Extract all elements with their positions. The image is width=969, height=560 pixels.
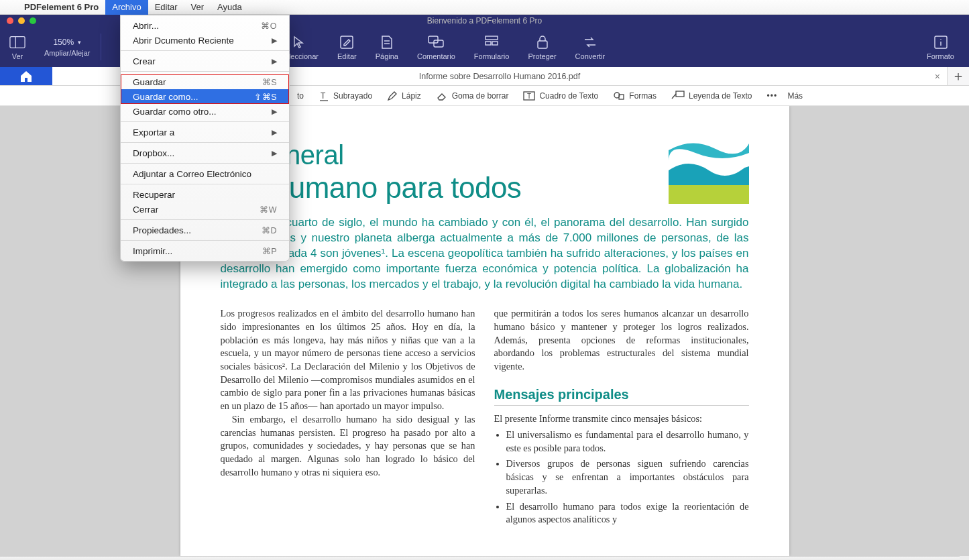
menu-attach-email[interactable]: Adjuntar a Correo Electrónico [121,166,289,181]
menu-separator [121,163,289,164]
convert-icon [582,34,598,50]
submenu-arrow-icon: ▶ [272,107,277,116]
shapes-icon [613,91,625,101]
menu-ayuda[interactable]: Ayuda [211,0,249,15]
toolbar-edit-button[interactable]: Editar [328,27,366,67]
menu-print[interactable]: Imprimir...⌘P [121,243,289,258]
menu-create[interactable]: Crear▶ [121,54,289,68]
menu-open-recent-label: Abrir Dcumento Reciente [133,36,234,46]
toolbar-protect-button[interactable]: Proteger [518,27,565,67]
zoom-level: 150% [53,38,74,47]
divider [101,34,101,60]
menu-properties[interactable]: Propiedades...⌘D [121,223,289,237]
more-tools-button[interactable]: ••• Más [760,86,811,105]
pencil-tool[interactable]: Lápiz [380,86,429,105]
menu-archivo[interactable]: Archivo [105,0,148,15]
form-icon [483,34,500,50]
toolbar-convert-label: Convertir [575,52,606,60]
menu-recover[interactable]: Recuperar [121,187,289,202]
menu-separator [121,121,289,122]
menu-close-shortcut: ⌘W [260,205,277,215]
menu-save-as[interactable]: Guardar como...⇧⌘S [121,89,289,104]
menu-create-label: Crear [133,56,156,66]
toolbar-format-button[interactable]: Formato [917,27,969,67]
textbox-label: Cuadro de Texto [539,91,598,101]
toolbar-zoom-button[interactable]: 150%▾ Ampliar/Alejar [35,27,99,67]
submenu-arrow-icon: ▶ [272,149,277,158]
close-tab-button[interactable]: × [935,71,940,82]
underline-label: Subrayado [333,91,372,101]
underline-tool[interactable]: TSubrayado [311,86,380,105]
archivo-menu: Abrir...⌘O Abrir Dcumento Reciente▶ Crea… [120,15,290,262]
callout-label: Leyenda de Texto [689,91,752,101]
mac-menubar: PDFelement 6 Pro Archivo Editar Ver Ayud… [0,0,969,15]
submenu-arrow-icon: ▶ [272,36,277,45]
menu-open-recent[interactable]: Abrir Dcumento Reciente▶ [121,33,289,48]
doc-bullet-2: Diversos grupos de personas siguen sufri… [506,457,749,497]
callout-tool[interactable]: Leyenda de Texto [664,86,760,105]
menu-export[interactable]: Exportar a▶ [121,125,289,139]
toolbar-view-button[interactable]: Ver [0,27,35,67]
svg-rect-10 [538,41,547,48]
toolbar-convert-button[interactable]: Convertir [566,27,615,67]
menu-save-label: Guardar [133,77,166,87]
toolbar-form-label: Formulario [474,52,510,60]
svg-rect-5 [429,36,438,43]
menu-dropbox[interactable]: Dropbox...▶ [121,146,289,160]
menu-print-label: Imprimir... [133,246,172,256]
menu-ver[interactable]: Ver [184,0,211,15]
menu-open-label: Abrir... [133,21,159,31]
menu-close[interactable]: Cerrar⌘W [121,202,289,217]
horizontal-scrollbar[interactable] [0,556,960,560]
svg-rect-6 [434,40,443,47]
menu-editar[interactable]: Editar [148,0,184,15]
sidebar-icon [9,34,25,50]
submenu-arrow-icon: ▶ [272,128,277,137]
svg-rect-2 [341,36,353,48]
svg-rect-20 [676,91,684,97]
eraser-icon [436,91,448,101]
home-tab[interactable] [0,67,52,85]
chevron-down-icon: ▾ [78,39,81,46]
shapes-label: Formas [629,91,657,101]
svg-rect-8 [486,42,491,45]
textbox-tool[interactable]: TCuadro de Texto [516,86,606,105]
new-tab-button[interactable]: ＋ [948,67,969,85]
toolbar-comment-label: Comentario [417,52,455,60]
toolbar-view-label: Ver [12,52,23,60]
doc-col2-heading: Mensajes principales [494,386,749,406]
menu-save-as-shortcut: ⇧⌘S [254,92,277,102]
menu-save-as-other[interactable]: Guardar como otro...▶ [121,104,289,119]
toolbar-form-button[interactable]: Formulario [465,27,519,67]
textbox-icon: T [523,91,535,101]
document-logo [669,137,749,204]
svg-rect-9 [492,42,498,45]
menu-close-label: Cerrar [133,205,158,215]
info-icon [933,34,949,50]
callout-icon [671,91,685,101]
menu-save-as-label: Guardar como... [133,92,198,102]
doc-col2-p1: que permitirán a todos los seres humanos… [494,307,749,374]
menu-attach-email-label: Adjuntar a Correo Electrónico [133,169,251,179]
svg-text:T: T [321,91,326,101]
menu-export-label: Exportar a [133,127,174,137]
menu-print-shortcut: ⌘P [262,246,277,256]
shapes-tool[interactable]: Formas [606,86,664,105]
menu-open-shortcut: ⌘O [261,21,277,31]
menu-properties-label: Propiedades... [133,225,191,235]
svg-rect-7 [486,36,498,40]
home-icon [19,70,33,82]
tool-partial-label: to [297,91,304,101]
menu-separator [121,71,289,72]
toolbar-comment-button[interactable]: Comentario [408,27,465,67]
menu-open[interactable]: Abrir...⌘O [121,18,289,33]
app-name[interactable]: PDFelement 6 Pro [17,2,105,12]
menu-save[interactable]: Guardar⌘S [121,74,289,89]
pencil-label: Lápiz [402,91,421,101]
menu-recover-label: Recuperar [133,190,175,200]
tool-partial[interactable]: to [290,86,311,105]
menu-save-as-other-label: Guardar como otro... [133,107,217,117]
cursor-icon [291,34,307,50]
toolbar-page-button[interactable]: Página [366,27,408,67]
eraser-tool[interactable]: Goma de borrar [429,86,516,105]
